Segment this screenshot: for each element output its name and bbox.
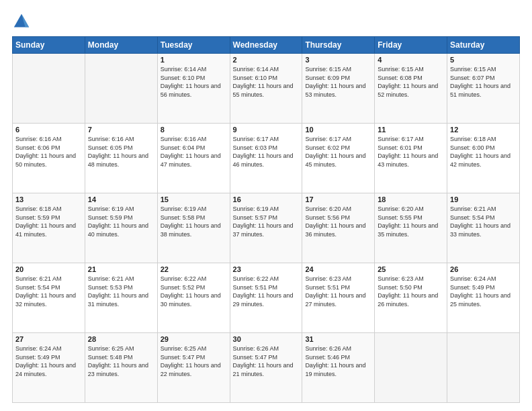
calendar-cell [85,54,157,124]
day-info: Sunrise: 6:15 AM Sunset: 6:07 PM Dayligh… [450,65,517,99]
day-number: 2 [233,56,300,64]
calendar-cell: 21Sunrise: 6:21 AM Sunset: 5:53 PM Dayli… [85,263,157,333]
day-info: Sunrise: 6:18 AM Sunset: 5:59 PM Dayligh… [15,205,82,238]
day-number: 5 [450,56,517,64]
day-info: Sunrise: 6:24 AM Sunset: 5:49 PM Dayligh… [15,345,82,378]
day-info: Sunrise: 6:19 AM Sunset: 5:58 PM Dayligh… [161,205,227,238]
day-info: Sunrise: 6:20 AM Sunset: 5:56 PM Dayligh… [305,205,371,238]
day-number: 20 [15,265,82,273]
day-info: Sunrise: 6:21 AM Sunset: 5:53 PM Dayligh… [88,275,154,308]
day-number: 1 [161,56,227,64]
day-number: 30 [233,335,300,343]
calendar-cell: 28Sunrise: 6:25 AM Sunset: 5:48 PM Dayli… [85,333,157,403]
day-info: Sunrise: 6:14 AM Sunset: 6:10 PM Dayligh… [161,65,227,99]
day-info: Sunrise: 6:16 AM Sunset: 6:05 PM Dayligh… [88,135,154,169]
logo [12,12,34,31]
day-number: 18 [378,195,444,203]
calendar-cell: 5Sunrise: 6:15 AM Sunset: 6:07 PM Daylig… [447,54,520,124]
weekday-header: Wednesday [230,37,302,54]
day-number: 14 [88,195,154,203]
day-number: 31 [305,335,371,343]
day-info: Sunrise: 6:25 AM Sunset: 5:48 PM Dayligh… [88,345,154,378]
weekday-header: Thursday [302,37,375,54]
calendar-cell: 3Sunrise: 6:15 AM Sunset: 6:09 PM Daylig… [302,54,375,124]
calendar-cell: 25Sunrise: 6:23 AM Sunset: 5:50 PM Dayli… [375,263,447,333]
day-number: 13 [15,195,82,203]
day-number: 6 [15,126,82,134]
day-number: 8 [161,126,227,134]
calendar-cell [13,54,85,124]
day-info: Sunrise: 6:20 AM Sunset: 5:55 PM Dayligh… [378,205,444,238]
day-number: 25 [378,265,444,273]
day-info: Sunrise: 6:16 AM Sunset: 6:06 PM Dayligh… [15,135,82,169]
calendar-cell: 4Sunrise: 6:15 AM Sunset: 6:08 PM Daylig… [375,54,447,124]
weekday-header: Friday [375,37,447,54]
calendar-cell: 2Sunrise: 6:14 AM Sunset: 6:10 PM Daylig… [230,54,302,124]
day-info: Sunrise: 6:22 AM Sunset: 5:52 PM Dayligh… [161,275,227,308]
calendar-week-row: 1Sunrise: 6:14 AM Sunset: 6:10 PM Daylig… [13,54,520,124]
calendar-cell: 20Sunrise: 6:21 AM Sunset: 5:54 PM Dayli… [13,263,85,333]
day-info: Sunrise: 6:17 AM Sunset: 6:01 PM Dayligh… [378,135,444,169]
calendar-week-row: 20Sunrise: 6:21 AM Sunset: 5:54 PM Dayli… [13,263,520,333]
calendar-header-row: SundayMondayTuesdayWednesdayThursdayFrid… [13,37,520,54]
calendar-cell: 15Sunrise: 6:19 AM Sunset: 5:58 PM Dayli… [157,193,230,263]
weekday-header: Sunday [13,37,85,54]
day-number: 22 [161,265,227,273]
calendar-cell [375,333,447,403]
day-info: Sunrise: 6:25 AM Sunset: 5:47 PM Dayligh… [161,345,227,378]
day-info: Sunrise: 6:21 AM Sunset: 5:54 PM Dayligh… [450,205,517,238]
day-info: Sunrise: 6:26 AM Sunset: 5:47 PM Dayligh… [233,345,300,378]
page: SundayMondayTuesdayWednesdayThursdayFrid… [0,0,532,411]
logo-icon [12,12,31,31]
day-info: Sunrise: 6:19 AM Sunset: 5:59 PM Dayligh… [88,205,154,238]
calendar-cell: 10Sunrise: 6:17 AM Sunset: 6:02 PM Dayli… [302,124,375,193]
calendar-cell: 18Sunrise: 6:20 AM Sunset: 5:55 PM Dayli… [375,193,447,263]
day-info: Sunrise: 6:21 AM Sunset: 5:54 PM Dayligh… [15,275,82,308]
calendar-cell: 24Sunrise: 6:23 AM Sunset: 5:51 PM Dayli… [302,263,375,333]
day-info: Sunrise: 6:22 AM Sunset: 5:51 PM Dayligh… [233,275,300,308]
calendar-week-row: 13Sunrise: 6:18 AM Sunset: 5:59 PM Dayli… [13,193,520,263]
day-number: 16 [233,195,300,203]
day-info: Sunrise: 6:19 AM Sunset: 5:57 PM Dayligh… [233,205,300,238]
calendar-cell: 23Sunrise: 6:22 AM Sunset: 5:51 PM Dayli… [230,263,302,333]
day-info: Sunrise: 6:15 AM Sunset: 6:08 PM Dayligh… [378,65,444,99]
day-info: Sunrise: 6:17 AM Sunset: 6:03 PM Dayligh… [233,135,300,169]
weekday-header: Tuesday [157,37,230,54]
calendar-cell: 14Sunrise: 6:19 AM Sunset: 5:59 PM Dayli… [85,193,157,263]
day-number: 7 [88,126,154,134]
day-number: 4 [378,56,444,64]
calendar-cell: 22Sunrise: 6:22 AM Sunset: 5:52 PM Dayli… [157,263,230,333]
day-info: Sunrise: 6:18 AM Sunset: 6:00 PM Dayligh… [450,135,517,169]
calendar-cell: 13Sunrise: 6:18 AM Sunset: 5:59 PM Dayli… [13,193,85,263]
day-number: 15 [161,195,227,203]
day-number: 21 [88,265,154,273]
day-number: 3 [305,56,371,64]
calendar-cell: 6Sunrise: 6:16 AM Sunset: 6:06 PM Daylig… [13,124,85,193]
day-number: 12 [450,126,517,134]
calendar-cell: 7Sunrise: 6:16 AM Sunset: 6:05 PM Daylig… [85,124,157,193]
day-info: Sunrise: 6:17 AM Sunset: 6:02 PM Dayligh… [305,135,371,169]
calendar-cell: 29Sunrise: 6:25 AM Sunset: 5:47 PM Dayli… [157,333,230,403]
calendar-cell: 11Sunrise: 6:17 AM Sunset: 6:01 PM Dayli… [375,124,447,193]
weekday-header: Saturday [447,37,520,54]
day-number: 27 [15,335,82,343]
day-number: 24 [305,265,371,273]
calendar-cell: 31Sunrise: 6:26 AM Sunset: 5:46 PM Dayli… [302,333,375,403]
day-number: 17 [305,195,371,203]
calendar-cell [447,333,520,403]
calendar-cell: 12Sunrise: 6:18 AM Sunset: 6:00 PM Dayli… [447,124,520,193]
calendar-cell: 1Sunrise: 6:14 AM Sunset: 6:10 PM Daylig… [157,54,230,124]
day-info: Sunrise: 6:24 AM Sunset: 5:49 PM Dayligh… [450,275,517,308]
day-number: 26 [450,265,517,273]
calendar-cell: 26Sunrise: 6:24 AM Sunset: 5:49 PM Dayli… [447,263,520,333]
calendar-table: SundayMondayTuesdayWednesdayThursdayFrid… [12,36,520,403]
calendar-week-row: 6Sunrise: 6:16 AM Sunset: 6:06 PM Daylig… [13,124,520,193]
day-number: 11 [378,126,444,134]
day-number: 29 [161,335,227,343]
day-number: 10 [305,126,371,134]
day-number: 9 [233,126,300,134]
calendar-cell: 27Sunrise: 6:24 AM Sunset: 5:49 PM Dayli… [13,333,85,403]
day-info: Sunrise: 6:23 AM Sunset: 5:51 PM Dayligh… [305,275,371,308]
day-info: Sunrise: 6:26 AM Sunset: 5:46 PM Dayligh… [305,345,371,378]
calendar-week-row: 27Sunrise: 6:24 AM Sunset: 5:49 PM Dayli… [13,333,520,403]
